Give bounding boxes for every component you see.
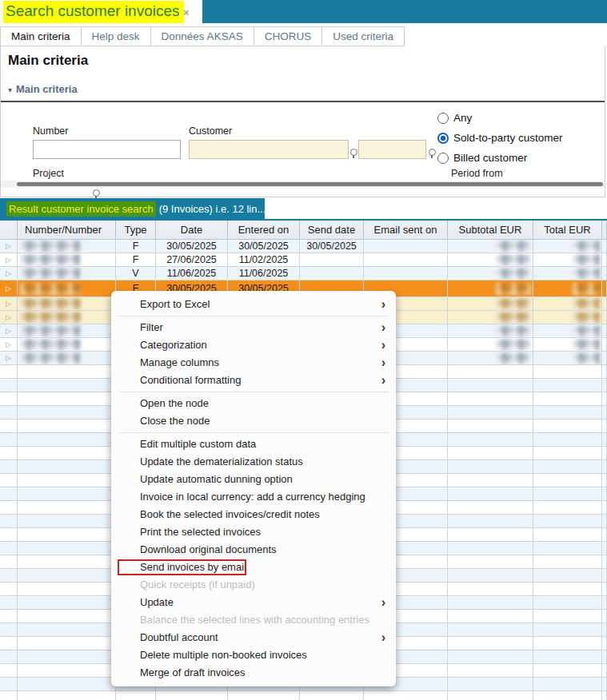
menu-item-update-the-dematerialization-status[interactable]: Update the dematerialization status — [111, 453, 396, 471]
period-from-label: Period from — [451, 168, 503, 179]
number-input[interactable] — [33, 140, 181, 159]
menu-item-update-automatic-dunning-option[interactable]: Update automatic dunning option — [111, 471, 396, 488]
menu-item-doubtful-account[interactable]: Doubtful account› — [111, 629, 396, 646]
column-header-number-number[interactable]: Number/Number — [18, 221, 116, 239]
section-header[interactable]: ▾Main criteria — [8, 83, 78, 95]
menu-item-merge-of-draft-invoices[interactable]: Merge of draft invoices — [111, 664, 396, 682]
criteria-tab-bar: Main criteria Help desk Données AKSAS CH… — [0, 26, 607, 46]
cell — [448, 637, 533, 650]
row-expander-icon[interactable]: ▷ — [6, 256, 11, 264]
cell — [602, 280, 607, 296]
customer-input[interactable] — [189, 140, 349, 159]
panel-heading: Main criteria — [8, 53, 88, 69]
menu-item-label: Update automatic dunning option — [140, 473, 293, 485]
cell-date: 27/06/2025 — [156, 253, 228, 266]
cell — [18, 678, 116, 690]
cell — [448, 501, 533, 514]
row-expander-icon[interactable]: ▷ — [6, 354, 11, 362]
menu-item-open-the-node[interactable]: Open the node — [111, 395, 396, 412]
column-header-send-date[interactable]: Send date — [300, 221, 364, 239]
cell — [448, 406, 533, 419]
cell — [448, 433, 533, 446]
table-row-empty[interactable] — [0, 691, 607, 700]
tab-main-criteria[interactable]: Main criteria — [0, 26, 82, 46]
menu-item-print-the-selected-invoices[interactable]: Print the selected invoices — [111, 523, 396, 541]
cell — [533, 474, 602, 487]
row-expander-icon[interactable]: ▷ — [6, 242, 11, 250]
cell — [448, 447, 533, 459]
cell-entered-on: 11/02/2025 — [228, 253, 300, 266]
column-header-blank — [602, 221, 607, 239]
column-header-subtotal-eur[interactable]: Subtotal EUR — [448, 221, 533, 239]
menu-item-book-the-selected-invoices-credit-notes[interactable]: Book the selected invoices/credit notes — [111, 506, 396, 523]
menu-item-manage-columns[interactable]: Manage columns› — [111, 354, 396, 372]
column-header-type[interactable]: Type — [116, 221, 156, 239]
menu-item-conditional-formatting[interactable]: Conditional formatting› — [111, 372, 396, 389]
row-expander-icon[interactable]: ▷ — [6, 269, 11, 277]
cell — [18, 691, 116, 700]
row-expander-icon[interactable]: ▷ — [6, 313, 11, 321]
cell — [18, 338, 116, 351]
radio-sold-to-party[interactable]: Sold-to-party customer — [437, 132, 563, 144]
cell — [18, 392, 116, 405]
column-header-email-sent-on[interactable]: Email sent on — [364, 221, 448, 239]
lookup-icon[interactable] — [350, 149, 357, 156]
cell — [533, 324, 602, 337]
close-icon[interactable]: × — [183, 6, 190, 18]
radio-icon[interactable] — [437, 153, 449, 164]
cell — [18, 596, 116, 609]
tab-chorus[interactable]: CHORUS — [254, 26, 323, 46]
close-icon[interactable]: ✖ — [275, 203, 284, 215]
cell: ▷ — [0, 352, 18, 364]
collapse-icon[interactable]: ▾ — [8, 86, 12, 94]
menu-item-invoice-in-local-currency-add-a-currency-hedging[interactable]: Invoice in local currency: add a currenc… — [111, 488, 396, 506]
cell — [448, 542, 533, 555]
menu-item-delete-multiple-non-booked-invoices[interactable]: Delete multiple non-booked invoices — [111, 646, 396, 664]
row-expander-icon[interactable]: ▷ — [6, 300, 11, 308]
customer-code-input[interactable] — [358, 140, 426, 159]
menu-item-filter[interactable]: Filter› — [111, 319, 396, 336]
cell — [0, 555, 18, 568]
row-expander-icon[interactable]: ▷ — [6, 340, 11, 348]
cell — [18, 569, 116, 582]
result-tab[interactable]: Result customer invoice search (9 Invoic… — [0, 198, 265, 219]
cell — [602, 311, 607, 324]
row-expander-icon[interactable]: ▷ — [6, 327, 11, 335]
column-header-entered-on[interactable]: Entered on — [228, 221, 300, 239]
menu-item-edit-multiple-custom-data[interactable]: Edit multiple custom data — [111, 436, 396, 453]
lookup-icon[interactable] — [429, 149, 436, 156]
radio-icon[interactable] — [437, 113, 449, 124]
lookup-icon[interactable] — [93, 189, 100, 197]
cell — [602, 338, 607, 351]
menu-item-download-original-documents[interactable]: Download original documents — [111, 541, 396, 559]
menu-item-update[interactable]: Update› — [111, 594, 396, 611]
table-row[interactable]: ▷F27/06/202511/02/2025 — [0, 253, 607, 267]
radio-billed[interactable]: Billed customer — [437, 152, 527, 164]
menu-item-send-invoices-by-email[interactable]: Send invoices by email — [111, 559, 396, 576]
submenu-arrow-icon: › — [381, 354, 385, 372]
horizontal-scrollbar[interactable] — [1, 181, 605, 188]
column-header-date[interactable]: Date — [156, 221, 228, 239]
cell — [18, 583, 116, 595]
tab-used-criteria[interactable]: Used criteria — [322, 26, 405, 46]
cell — [448, 280, 533, 296]
redacted-subtotal-blur — [496, 325, 531, 337]
redacted-total-blur — [573, 325, 600, 337]
cell — [18, 487, 116, 500]
scrollbar-thumb[interactable] — [17, 182, 603, 186]
menu-item-label: Open the node — [140, 397, 209, 409]
column-header-total-eur[interactable]: Total EUR — [533, 221, 602, 239]
tab-donnees-aksas[interactable]: Données AKSAS — [151, 26, 254, 46]
redacted-number-blur — [20, 298, 81, 310]
redacted-subtotal-blur — [496, 283, 531, 295]
radio-any[interactable]: Any — [437, 112, 472, 124]
menu-item-label: Print the selected invoices — [140, 526, 261, 538]
tab-help-desk[interactable]: Help desk — [82, 26, 151, 46]
menu-item-export-to-excel[interactable]: Export to Excel› — [111, 296, 396, 313]
row-expander-icon[interactable]: ▷ — [6, 284, 11, 292]
table-row[interactable]: ▷V11/06/202511/06/2025 — [0, 267, 607, 280]
table-row[interactable]: ▷F30/05/202530/05/202530/05/2025 — [0, 240, 607, 253]
menu-item-close-the-node[interactable]: Close the node — [111, 412, 396, 430]
menu-item-categorization[interactable]: Categorization› — [111, 336, 396, 354]
radio-selected-icon[interactable] — [437, 133, 449, 144]
